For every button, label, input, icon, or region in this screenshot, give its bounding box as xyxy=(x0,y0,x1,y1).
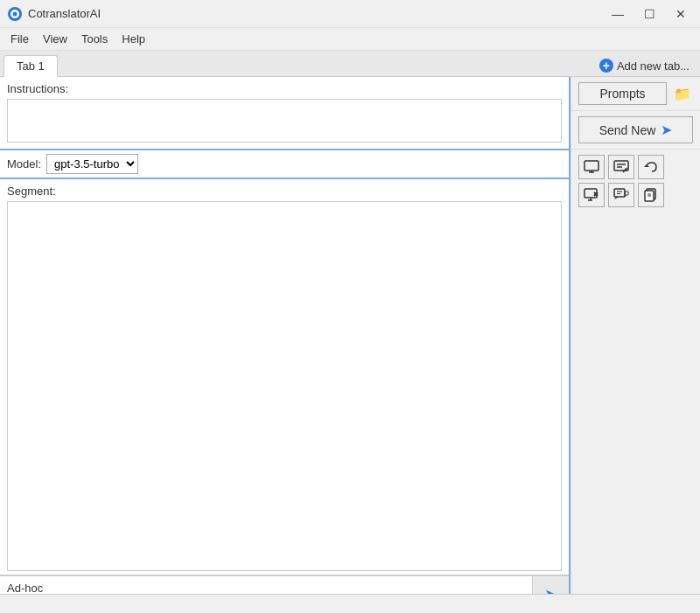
send-new-label: Send New xyxy=(599,123,656,137)
app-title: CotranslatorAI xyxy=(28,7,606,20)
toolbar-btn-2[interactable] xyxy=(608,155,634,179)
main-content: Instructions: Model: gpt-3.5-turbo gpt-4… xyxy=(0,77,700,613)
menu-file[interactable]: File xyxy=(4,31,36,47)
toolbar-row-2 xyxy=(578,183,693,207)
folder-button[interactable]: 📁 xyxy=(672,84,693,104)
svg-rect-3 xyxy=(584,161,598,171)
menu-help[interactable]: Help xyxy=(115,31,152,47)
send-new-button[interactable]: Send New ➤ xyxy=(578,116,693,143)
title-bar: CotranslatorAI — ☐ ✕ xyxy=(0,0,700,28)
toolbar-btn-5[interactable] xyxy=(608,183,634,207)
right-panel: Prompts 📁 Send New ➤ xyxy=(570,77,700,613)
toolbar-btn-4[interactable] xyxy=(578,183,605,207)
left-panel: Instructions: Model: gpt-3.5-turbo gpt-4… xyxy=(0,77,570,613)
instructions-label: Instructions: xyxy=(7,82,562,95)
tab-1[interactable]: Tab 1 xyxy=(4,55,58,77)
text-edit-icon xyxy=(613,160,629,174)
segment-input[interactable] xyxy=(7,201,562,571)
status-bar xyxy=(0,594,700,613)
instructions-section: Instructions: xyxy=(0,77,569,150)
toolbar-btn-3[interactable] xyxy=(638,155,664,179)
segment-section: Segment: xyxy=(0,179,569,575)
svg-marker-11 xyxy=(644,164,649,167)
app-icon xyxy=(7,6,23,22)
segment-label: Segment: xyxy=(7,185,562,198)
menu-view[interactable]: View xyxy=(36,31,74,47)
toolbar-section xyxy=(571,150,700,212)
add-tab-icon: + xyxy=(599,59,613,73)
model-label: Model: xyxy=(7,157,41,171)
add-tab-label: Add new tab... xyxy=(617,59,690,73)
folder-icon: 📁 xyxy=(674,87,691,101)
minimize-button[interactable]: — xyxy=(606,4,630,24)
speech-monitor-icon xyxy=(613,188,629,202)
menu-tools[interactable]: Tools xyxy=(74,31,115,47)
instructions-input[interactable] xyxy=(7,99,562,143)
window-controls: — ☐ ✕ xyxy=(606,4,693,24)
toolbar-btn-1[interactable] xyxy=(578,155,605,179)
add-tab-button[interactable]: + Add new tab... xyxy=(592,57,696,74)
send-new-arrow-icon: ➤ xyxy=(661,122,672,138)
model-row: Model: gpt-3.5-turbo gpt-4 gpt-4-turbo xyxy=(0,150,569,179)
maximize-button[interactable]: ☐ xyxy=(637,4,662,24)
undo-icon xyxy=(643,160,659,174)
adhoc-title: Ad-hoc xyxy=(7,582,525,595)
monitor-x-icon xyxy=(584,188,599,202)
svg-rect-17 xyxy=(614,189,625,197)
prompts-row: Prompts 📁 xyxy=(571,77,700,111)
copy-icon xyxy=(643,188,659,202)
close-button[interactable]: ✕ xyxy=(668,4,693,24)
menu-bar: File View Tools Help xyxy=(0,28,700,51)
send-new-row: Send New ➤ xyxy=(571,111,700,150)
svg-point-2 xyxy=(13,11,18,16)
toolbar-btn-6[interactable] xyxy=(638,183,664,207)
prompts-button[interactable]: Prompts xyxy=(578,82,667,105)
tab-bar: Tab 1 + Add new tab... xyxy=(0,51,700,77)
model-select[interactable]: gpt-3.5-turbo gpt-4 gpt-4-turbo xyxy=(46,154,138,174)
monitor-icon xyxy=(584,160,599,174)
toolbar-row-1 xyxy=(578,155,693,179)
